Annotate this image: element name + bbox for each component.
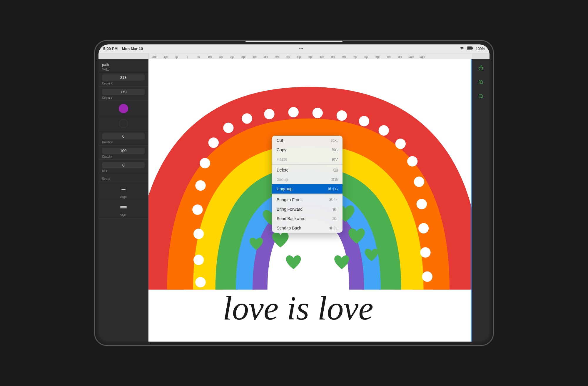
ruler-tick: 50 xyxy=(193,56,204,59)
origin-x-value[interactable]: 213 xyxy=(102,74,145,81)
battery-icon xyxy=(467,46,473,51)
ruler-tick: 250 xyxy=(238,56,249,59)
menu-shortcut-delete: ⌫ xyxy=(333,168,338,172)
menu-label-bring-front: Bring to Front xyxy=(277,197,302,202)
menu-item-group[interactable]: Group ⌘G xyxy=(272,175,343,184)
style-section[interactable]: Style xyxy=(98,201,148,218)
svg-point-23 xyxy=(193,255,204,265)
svg-point-5 xyxy=(200,158,210,168)
canvas-area[interactable]: love is love Cut ⌘X; Copy ⌘C xyxy=(148,59,472,342)
ruler-tick: 600 xyxy=(316,56,327,59)
svg-point-6 xyxy=(208,137,219,148)
opacity-section: 100 Opacity xyxy=(98,146,148,160)
ruler-tick: -50 xyxy=(171,56,182,59)
hand-tool-button[interactable] xyxy=(476,63,486,73)
ruler-tick: 700 xyxy=(338,56,350,59)
rotation-label: Rotation xyxy=(102,141,145,144)
align-line-3 xyxy=(120,191,127,191)
fill-section xyxy=(98,102,148,116)
menu-shortcut-send-back: ⌘⇧↓ xyxy=(329,226,338,230)
zoom-in-button[interactable] xyxy=(476,77,486,87)
align-icon xyxy=(119,185,128,194)
stroke-width-section: Stroke xyxy=(98,175,148,182)
status-date: Mon Mar 10 xyxy=(122,46,143,51)
svg-point-18 xyxy=(417,199,427,209)
fill-color-swatch[interactable] xyxy=(119,104,128,113)
align-line-1 xyxy=(120,188,127,188)
ruler-tick: 0 xyxy=(182,56,193,59)
status-time: 5:09 PM xyxy=(103,46,118,51)
rotation-value[interactable]: 0 xyxy=(102,133,145,139)
top-center-menu[interactable]: ••• xyxy=(299,46,303,51)
rotation-section: 0 Rotation xyxy=(98,132,148,145)
style-label: Style xyxy=(102,214,145,217)
opacity-label: Opacity xyxy=(102,155,145,158)
ruler-right xyxy=(472,53,490,59)
menu-shortcut-send-backward: ⌘↓ xyxy=(332,217,338,221)
layer-section: path svg_1 xyxy=(98,61,148,72)
zoom-out-button[interactable] xyxy=(476,91,486,102)
ruler-tick: -100 xyxy=(160,56,171,59)
menu-item-copy[interactable]: Copy ⌘C xyxy=(272,145,343,154)
blur-label: Blur xyxy=(102,169,145,173)
origin-y-label: Origin Y xyxy=(102,96,145,99)
style-line-2 xyxy=(120,207,127,208)
svg-point-19 xyxy=(192,204,203,215)
menu-label-send-backward: Send Backward xyxy=(277,216,305,221)
ruler-tick: 450 xyxy=(283,56,294,59)
ruler-tick: 550 xyxy=(305,56,316,59)
menu-item-bring-front[interactable]: Bring to Front ⌘⇧↑ xyxy=(272,195,343,204)
menu-item-delete[interactable]: Delete ⌫ xyxy=(272,165,343,175)
menu-item-ungroup[interactable]: Ungroup ⌘⇧G xyxy=(272,184,343,194)
origin-y-value[interactable]: 179 xyxy=(102,89,145,95)
align-line-2 xyxy=(121,189,126,190)
menu-label-bring-forward: Bring Forward xyxy=(277,207,303,212)
ruler-tick: 900 xyxy=(383,56,394,59)
menu-item-paste[interactable]: Paste ⌘V xyxy=(272,154,343,164)
status-right: 100% xyxy=(459,46,485,51)
left-panel: path svg_1 213 Origin X 179 Origin Y xyxy=(98,59,148,342)
ruler: -250 -100 -50 0 50 100 150 200 250 300 3… xyxy=(98,53,490,59)
svg-point-11 xyxy=(313,108,323,118)
ruler-corner xyxy=(98,53,148,59)
status-bar: 5:09 PM Mon Mar 10 ••• xyxy=(98,44,490,53)
svg-point-17 xyxy=(414,177,424,187)
menu-item-send-backward[interactable]: Send Backward ⌘↓ xyxy=(272,214,343,223)
menu-label-copy: Copy xyxy=(277,147,286,152)
ruler-tick: 1000 xyxy=(405,56,417,59)
menu-label-group: Group xyxy=(277,177,288,182)
main-layout: path svg_1 213 Origin X 179 Origin Y xyxy=(98,59,490,342)
menu-shortcut-copy: ⌘C xyxy=(331,148,338,152)
layer-item[interactable]: path svg_1 xyxy=(102,63,145,71)
align-section[interactable]: Align xyxy=(98,182,148,200)
menu-label-send-back: Send to Back xyxy=(277,226,301,230)
ruler-tick: 750 xyxy=(350,56,361,59)
stroke-section xyxy=(98,117,148,131)
wifi-icon xyxy=(459,46,465,51)
ruler-tick: 850 xyxy=(372,56,383,59)
menu-item-bring-forward[interactable]: Bring Forward ⌘↑ xyxy=(272,204,343,214)
ruler-scale: -250 -100 -50 0 50 100 150 200 250 300 3… xyxy=(148,53,472,59)
style-line-1 xyxy=(120,206,127,207)
ruler-tick: 100 xyxy=(204,56,216,59)
menu-shortcut-group: ⌘G xyxy=(331,177,338,182)
ruler-tick: -250 xyxy=(148,56,160,59)
svg-point-21 xyxy=(418,223,429,233)
layer-name: path xyxy=(102,63,145,67)
menu-shortcut-cut: ⌘X; xyxy=(330,138,338,143)
align-label: Align xyxy=(102,195,145,199)
ruler-tick: 1050 xyxy=(417,56,428,59)
opacity-value[interactable]: 100 xyxy=(102,148,145,154)
menu-item-cut[interactable]: Cut ⌘X; xyxy=(272,136,343,145)
stroke-color-swatch[interactable] xyxy=(119,119,128,128)
blur-section: 0 Blur xyxy=(98,160,148,174)
selection-border xyxy=(471,59,472,342)
blur-value[interactable]: 0 xyxy=(102,162,145,168)
svg-rect-1 xyxy=(472,48,473,49)
menu-item-send-back[interactable]: Send to Back ⌘⇧↓ xyxy=(272,223,343,233)
layer-parent: svg_1 xyxy=(102,67,145,71)
svg-point-8 xyxy=(242,113,252,124)
ruler-tick: 400 xyxy=(271,56,283,59)
svg-point-13 xyxy=(359,116,369,126)
ruler-tick: 800 xyxy=(361,56,372,59)
